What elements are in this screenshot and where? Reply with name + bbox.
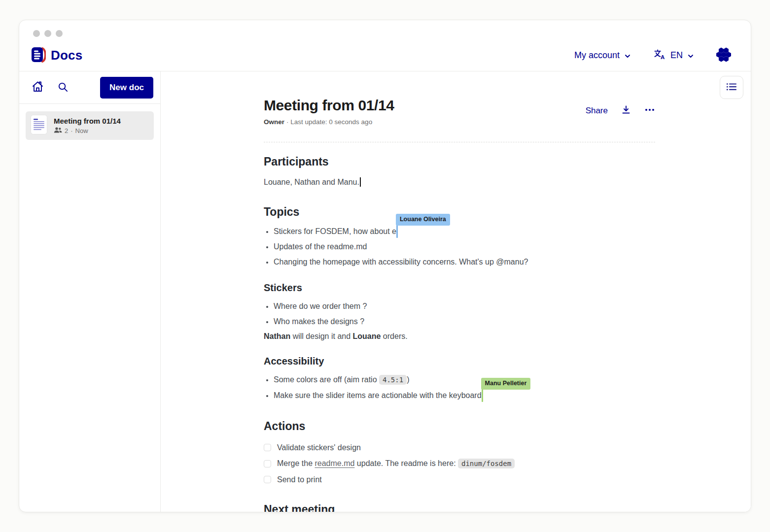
collab-cursor-label: Manu Pelletier bbox=[481, 378, 531, 390]
document-header: Meeting from 01/14 Owner· Last update: 0… bbox=[264, 97, 655, 126]
doc-thumbnail-icon bbox=[31, 115, 47, 136]
doc-item-count: 2 bbox=[65, 127, 68, 134]
members-icon bbox=[54, 127, 62, 135]
task-item-1: Validate stickers' design bbox=[264, 443, 655, 452]
app-window: Docs My account bbox=[19, 20, 751, 512]
topics-item-3[interactable]: Changing the homepage with accessibility… bbox=[274, 257, 655, 266]
translate-icon: A bbox=[653, 49, 665, 63]
heading-stickers[interactable]: Stickers bbox=[264, 282, 655, 294]
task-1-text[interactable]: Validate stickers' design bbox=[277, 443, 361, 452]
accessibility-item-1-tail: ) bbox=[407, 375, 409, 384]
app-logo[interactable]: Docs bbox=[31, 47, 82, 65]
search-icon bbox=[57, 81, 69, 94]
task-checkbox[interactable] bbox=[264, 444, 271, 451]
participants-text-span: Louane, Nathan and Manu. bbox=[264, 178, 359, 186]
document-title-block: Meeting from 01/14 Owner· Last update: 0… bbox=[264, 97, 394, 126]
sidebar: New doc bbox=[19, 71, 161, 512]
participants-text[interactable]: Louane, Nathan and Manu. bbox=[264, 177, 655, 187]
collab-cursor-manu: Manu Pelletier bbox=[482, 391, 483, 399]
accessibility-item-1-text: Some colors are off (aim ratio bbox=[274, 375, 379, 384]
last-update-text: · Last update: 0 seconds ago bbox=[286, 118, 372, 126]
repo-code-chip: dinum/fosdem bbox=[458, 459, 515, 468]
stickers-note-text-2: orders. bbox=[381, 332, 407, 340]
window-titlebar bbox=[19, 20, 751, 40]
heading-participants[interactable]: Participants bbox=[264, 155, 655, 168]
topics-item-1-text: Stickers for FOSDEM, how about e bbox=[274, 227, 396, 235]
docs-logo-icon bbox=[31, 47, 46, 65]
document-actions: Share bbox=[586, 105, 655, 116]
accessibility-list: Some colors are off (aim ratio 4.5:1) Ma… bbox=[264, 375, 655, 400]
heading-next-meeting[interactable]: Next meeting bbox=[264, 503, 655, 512]
document-title[interactable]: Meeting from 01/14 bbox=[264, 97, 394, 114]
download-icon bbox=[621, 105, 631, 116]
task-item-2: Merge the readme.md update. The readme i… bbox=[264, 459, 655, 468]
home-button[interactable] bbox=[32, 81, 44, 94]
accessibility-item-1[interactable]: Some colors are off (aim ratio 4.5:1) bbox=[274, 375, 655, 385]
doc-pane: Meeting from 01/14 Owner· Last update: 0… bbox=[161, 71, 751, 512]
download-button[interactable] bbox=[621, 105, 631, 116]
readme-link[interactable]: readme.md bbox=[315, 459, 354, 467]
topics-list: Stickers for FOSDEM, how about eLouane O… bbox=[264, 227, 655, 266]
stickers-list: Where do we order them ? Who makes the d… bbox=[264, 301, 655, 326]
my-account-menu[interactable]: My account bbox=[574, 50, 630, 61]
app-body: New doc bbox=[19, 71, 751, 512]
task-2-pre: Merge the bbox=[277, 459, 315, 467]
doc-item-sep: · bbox=[70, 127, 72, 134]
home-icon bbox=[32, 81, 44, 94]
doc-item-title: Meeting from 01/14 bbox=[54, 117, 121, 125]
task-item-3: Send to print bbox=[264, 475, 655, 484]
text-caret bbox=[360, 177, 361, 187]
accessibility-item-2-text: Make sure the slider items are actionabl… bbox=[274, 391, 482, 399]
task-checkbox[interactable] bbox=[264, 460, 271, 467]
heading-actions[interactable]: Actions bbox=[264, 420, 655, 433]
heading-accessibility[interactable]: Accessibility bbox=[264, 356, 655, 367]
chevron-down-icon bbox=[688, 50, 694, 61]
collab-cursor-label: Louane Oliveira bbox=[396, 214, 450, 226]
stickers-item-1[interactable]: Where do we order them ? bbox=[274, 301, 655, 311]
app-logo-text: Docs bbox=[51, 48, 82, 63]
heading-topics[interactable]: Topics bbox=[264, 205, 655, 219]
toc-list-icon bbox=[726, 82, 737, 93]
stickers-note[interactable]: Nathan will design it and Louane orders. bbox=[264, 332, 655, 341]
svg-text:A: A bbox=[661, 54, 665, 60]
app-header: Docs My account bbox=[19, 40, 751, 71]
owner-badge: Owner bbox=[264, 118, 284, 126]
task-2-text[interactable]: Merge the readme.md update. The readme i… bbox=[277, 459, 515, 468]
header-controls: My account A bbox=[574, 47, 731, 64]
stickers-note-name-1: Nathan bbox=[264, 332, 290, 340]
app-launcher-button[interactable] bbox=[716, 47, 731, 64]
stickers-note-text-1: will design it and bbox=[290, 332, 352, 340]
collab-cursor-louane: Louane Oliveira bbox=[396, 227, 398, 235]
task-2-mid: update. The readme is here: bbox=[354, 459, 458, 467]
ratio-code-chip: 4.5:1 bbox=[379, 375, 407, 385]
stickers-note-name-2: Louane bbox=[353, 332, 381, 340]
document: Meeting from 01/14 Owner· Last update: 0… bbox=[264, 71, 655, 512]
language-selector[interactable]: A EN bbox=[653, 49, 694, 63]
doc-item-info: Meeting from 01/14 2 bbox=[54, 117, 121, 135]
window-dot bbox=[56, 30, 63, 37]
new-doc-button[interactable]: New doc bbox=[100, 77, 153, 99]
kebab-menu-icon bbox=[644, 105, 655, 116]
topics-item-1[interactable]: Stickers for FOSDEM, how about eLouane O… bbox=[274, 227, 655, 236]
chevron-down-icon bbox=[625, 50, 630, 61]
doc-list-item[interactable]: Meeting from 01/14 2 bbox=[26, 111, 154, 140]
sidebar-toolbar: New doc bbox=[19, 71, 160, 104]
more-options-button[interactable] bbox=[644, 105, 655, 116]
search-button[interactable] bbox=[57, 81, 69, 94]
accessibility-item-2[interactable]: Make sure the slider items are actionabl… bbox=[274, 391, 655, 400]
document-meta: Owner· Last update: 0 seconds ago bbox=[264, 118, 394, 126]
stickers-item-2[interactable]: Who makes the designs ? bbox=[274, 317, 655, 326]
my-account-label: My account bbox=[574, 50, 620, 61]
task-checkbox[interactable] bbox=[264, 476, 271, 483]
language-value: EN bbox=[670, 50, 683, 61]
section-divider bbox=[264, 142, 655, 142]
table-of-contents-button[interactable] bbox=[720, 76, 743, 99]
topics-item-2[interactable]: Updates of the readme.md bbox=[274, 242, 655, 251]
doc-item-time: Now bbox=[75, 127, 88, 134]
share-button[interactable]: Share bbox=[586, 106, 608, 116]
window-dot bbox=[33, 30, 40, 37]
app-launcher-icon bbox=[716, 47, 731, 64]
doc-item-meta: 2 · Now bbox=[54, 127, 121, 135]
task-3-text[interactable]: Send to print bbox=[277, 475, 322, 484]
doc-list: Meeting from 01/14 2 bbox=[19, 104, 160, 147]
